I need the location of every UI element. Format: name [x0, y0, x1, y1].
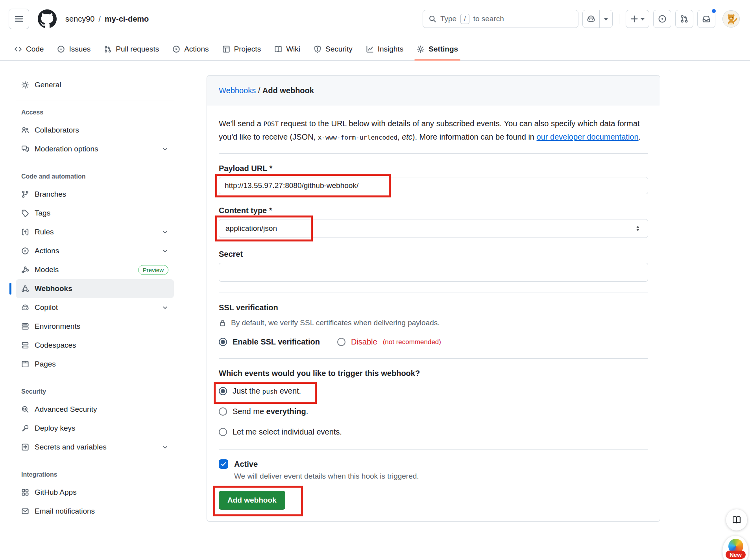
sidebar-item-codespaces[interactable]: Codespaces	[16, 336, 174, 355]
just-push-label: Just the push event.	[233, 387, 301, 396]
sidebar-item-models[interactable]: Models Preview	[16, 260, 174, 279]
individual-events-radio[interactable]: Let me select individual events.	[219, 427, 342, 437]
sidebar-item-email-notifications[interactable]: Email notifications	[16, 502, 174, 521]
sidebar-section-code-automation: Code and automation	[21, 173, 174, 180]
play-icon	[21, 247, 29, 255]
tab-settings[interactable]: Settings	[411, 38, 464, 60]
server-icon	[21, 322, 29, 330]
hamburger-menu-button[interactable]	[9, 9, 29, 29]
desc-text: ). More information can be found in	[412, 133, 537, 141]
global-search-input[interactable]: Type / to search	[423, 10, 578, 28]
chevron-down-icon	[162, 146, 168, 153]
sidebar-item-environments[interactable]: Environments	[16, 317, 174, 336]
tab-actions[interactable]: Actions	[167, 38, 214, 60]
enable-ssl-radio[interactable]: Enable SSL verification	[219, 337, 320, 346]
notifications-inbox-button[interactable]	[697, 10, 715, 28]
payload-url-input[interactable]	[219, 177, 648, 194]
just-push-event-radio[interactable]: Just the push event.	[219, 387, 301, 396]
graph-icon	[366, 45, 374, 53]
breadcrumb: sency90 / my-ci-demo	[65, 15, 149, 24]
tab-security[interactable]: Security	[308, 38, 358, 60]
tab-pull-requests-label: Pull requests	[116, 45, 159, 53]
sidebar-item-github-apps[interactable]: GitHub Apps	[16, 483, 174, 502]
content-type-select[interactable]: application/json	[219, 219, 648, 238]
sidebar-divider	[16, 165, 174, 165]
tab-issues[interactable]: Issues	[52, 38, 96, 60]
sidebar-item-branches[interactable]: Branches	[16, 185, 174, 204]
book-icon	[274, 45, 282, 53]
docs-book-button[interactable]	[726, 509, 747, 531]
add-webhook-form: We'll send a POST request to the URL bel…	[207, 106, 660, 521]
copilot-dropdown-caret[interactable]	[599, 10, 612, 28]
sidebar-item-secrets-and-variables[interactable]: Secrets and variables	[16, 438, 174, 457]
copilot-icon	[21, 304, 29, 311]
model-nodes-icon	[21, 266, 29, 274]
create-new-button[interactable]	[626, 10, 649, 28]
hamburger-icon	[14, 14, 24, 24]
copilot-button[interactable]	[582, 10, 613, 28]
sidebar-item-pages[interactable]: Pages	[16, 355, 174, 374]
radio-unchecked-icon	[219, 407, 227, 416]
search-placeholder-prefix: Type	[440, 15, 456, 23]
sidebar-item-label: Codespaces	[35, 341, 76, 350]
avatar[interactable]	[722, 10, 740, 28]
play-icon	[172, 45, 180, 53]
breadcrumb-repo[interactable]: my-ci-demo	[105, 15, 149, 24]
breadcrumb-owner[interactable]: sency90	[65, 15, 95, 24]
active-label: Active	[234, 460, 258, 469]
tab-insights[interactable]: Insights	[360, 38, 409, 60]
secret-label: Secret	[219, 250, 648, 259]
desc-post-code: POST	[264, 120, 279, 128]
sidebar-item-copilot[interactable]: Copilot	[16, 298, 174, 317]
chevron-down-icon	[162, 229, 168, 236]
github-logo-icon[interactable]	[38, 9, 57, 28]
issue-opened-icon	[57, 45, 65, 53]
webhook-description: We'll send a POST request to the URL bel…	[219, 117, 644, 144]
pull-requests-dashboard-button[interactable]	[675, 10, 693, 28]
sidebar-item-label: Copilot	[35, 303, 58, 312]
form-divider	[219, 449, 648, 450]
sidebar-item-label: GitHub Apps	[35, 488, 77, 497]
webhooks-breadcrumb-link[interactable]: Webhooks	[219, 86, 256, 95]
desc-text: ,	[397, 133, 402, 141]
tab-wiki[interactable]: Wiki	[269, 38, 306, 60]
desc-text: We'll send a	[219, 119, 264, 128]
desc-urlencoded-code: x-www-form-urlencoded	[318, 134, 397, 141]
sidebar-item-deploy-keys[interactable]: Deploy keys	[16, 419, 174, 438]
active-checkbox[interactable]	[219, 459, 228, 469]
tab-pull-requests[interactable]: Pull requests	[98, 38, 164, 60]
search-placeholder-suffix: to search	[473, 15, 504, 23]
disable-ssl-radio[interactable]: Disable (not recommended)	[337, 337, 441, 346]
ssl-note-text: By default, we verify SSL certificates w…	[231, 319, 440, 327]
content-type-label: Content type *	[219, 206, 648, 215]
tab-settings-label: Settings	[429, 45, 458, 53]
git-pull-request-icon	[680, 15, 689, 23]
tab-projects[interactable]: Projects	[217, 38, 267, 60]
sidebar-item-general[interactable]: General	[16, 76, 174, 94]
sidebar-item-rules[interactable]: Rules	[16, 223, 174, 241]
sidebar-item-label: Tags	[35, 209, 50, 217]
sidebar-item-collaborators[interactable]: Collaborators	[16, 121, 174, 140]
tab-code[interactable]: Code	[9, 38, 49, 60]
create-new-caret	[640, 10, 649, 28]
plus-icon	[626, 10, 640, 28]
tab-actions-label: Actions	[184, 45, 209, 53]
book-icon	[732, 515, 742, 525]
chevron-down-icon	[162, 444, 168, 451]
tab-issues-label: Issues	[69, 45, 91, 53]
sidebar-item-tags[interactable]: Tags	[16, 204, 174, 223]
developer-documentation-link[interactable]: our developer documentation	[537, 133, 639, 141]
radio-unchecked-icon	[219, 428, 227, 436]
secret-input[interactable]	[219, 263, 648, 282]
sidebar-item-webhooks[interactable]: Webhooks	[16, 279, 174, 298]
sidebar-item-label: Email notifications	[35, 507, 95, 516]
assistant-new-button[interactable]: New	[722, 536, 748, 560]
sidebar-item-moderation-options[interactable]: Moderation options	[16, 140, 174, 158]
sidebar-item-actions[interactable]: Actions	[16, 241, 174, 260]
add-webhook-button[interactable]: Add webhook	[219, 491, 285, 510]
issues-dashboard-button[interactable]	[653, 10, 671, 28]
send-everything-radio[interactable]: Send me everything.	[219, 407, 308, 416]
tab-security-label: Security	[325, 45, 353, 53]
code-icon	[14, 45, 22, 53]
sidebar-item-advanced-security[interactable]: Advanced Security	[16, 400, 174, 419]
